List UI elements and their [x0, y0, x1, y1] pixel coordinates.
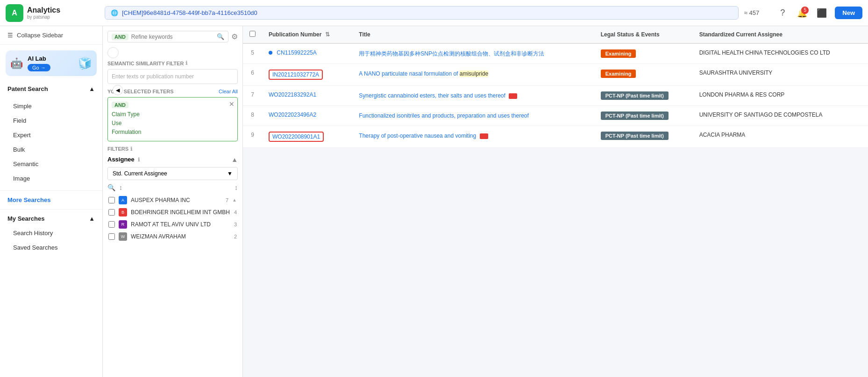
assignee-item: W WEIZMAN AVRAHAM 2: [107, 230, 238, 243]
semantic-filter-label-text: SEMANTIC SIMILARITY FILTER: [107, 61, 184, 66]
notification-icon[interactable]: 🔔 5: [796, 7, 809, 20]
assignee-count-weizman: 2: [234, 234, 237, 239]
row-7-title-cell: Synergistic cannabinoid esters, their sa…: [352, 86, 594, 106]
semantic-placeholder-text: Enter texts or publication number: [112, 73, 194, 80]
globe-icon: 🌐: [111, 9, 118, 16]
row-9-pub-num-cell: WO2022008901A1: [262, 126, 352, 148]
layout: ☰ Collapse Sidebar 🤖 AI Lab Go → 🧊 Paten…: [0, 26, 868, 377]
assignee-checkbox-weizman[interactable]: [108, 233, 115, 240]
row-7-pub-num[interactable]: WO2022183292A1: [269, 91, 316, 98]
row-8-pub-num-cell: WO2022023496A2: [262, 106, 352, 126]
assignee-dropdown-label: Std. Current Assignee: [113, 170, 167, 177]
sidebar-item-search-history[interactable]: Search History: [0, 226, 102, 240]
sidebar-divider-2: [0, 209, 102, 209]
row-5-status-badge: Examining: [601, 49, 636, 58]
my-searches-header[interactable]: My Searches ▲: [0, 211, 102, 226]
row-9-title-cell: Therapy of post-operative nausea and vom…: [352, 126, 594, 148]
assignee-tools: 🔍 ↕ ↕: [107, 184, 238, 191]
semantic-filter-label: SEMANTIC SIMILARITY FILTER ℹ: [107, 60, 238, 66]
logo-text: Analytics by patsnap: [27, 6, 60, 20]
assignee-logo-auspex: A: [119, 196, 127, 204]
select-all-checkbox[interactable]: [249, 31, 256, 37]
sidebar-item-expert[interactable]: Expert: [0, 128, 102, 142]
row-8-assignee: UNIVERSITY OF SANTIAGO DE COMPOSTELA: [699, 112, 823, 118]
sidebar-item-bulk[interactable]: Bulk: [0, 142, 102, 157]
patent-search-header[interactable]: Patent Search ▲: [0, 82, 102, 96]
keyword-input[interactable]: [131, 34, 214, 40]
col-title: Title: [352, 26, 594, 43]
row-5-status-cell: Examining: [594, 43, 693, 64]
row-8-title[interactable]: Functionalized isonitriles and products,…: [359, 112, 529, 119]
sidebar-item-semantic[interactable]: Semantic: [0, 157, 102, 171]
row-5-assignee: DIGITAL HEALTH CHINA TECHNOLOGIES CO LTD: [699, 49, 830, 56]
apps-icon[interactable]: ⬛: [815, 7, 828, 20]
sidebar-item-more-searches[interactable]: More Searches: [0, 193, 102, 207]
row-8-pub-num[interactable]: WO2022023496A2: [269, 112, 316, 118]
filter-item-claimtype: Claim Type: [112, 110, 234, 119]
row-9-flag-icon: [480, 133, 488, 139]
clear-all-button[interactable]: Clear All: [219, 89, 238, 94]
filter-item-formulation: Formulation: [112, 128, 234, 137]
assignee-search-icon[interactable]: 🔍: [107, 184, 115, 191]
assignee-item: A AUSPEX PHARMA INC 7 ▲: [107, 194, 238, 206]
assignee-logo-ramot: R: [119, 220, 127, 229]
row-5-pub-num[interactable]: CN115992225A: [277, 49, 316, 56]
sidebar-item-image[interactable]: Image: [0, 171, 102, 186]
row-6-pub-num[interactable]: IN202121032772A: [269, 70, 323, 80]
filter-panel-collapse-arrow[interactable]: ◀: [107, 47, 119, 58]
col-pub-number[interactable]: Publication Number ⇅: [262, 26, 352, 43]
row-9-status-badge: PCT-NP (Past time limit): [601, 132, 669, 140]
sidebar-item-field[interactable]: Field: [0, 113, 102, 128]
pub-number-sort-icon[interactable]: ⇅: [325, 31, 330, 38]
assignee-sort-az-icon[interactable]: ↕: [119, 184, 122, 191]
new-button[interactable]: New: [835, 7, 862, 19]
row-5-title[interactable]: 用于精神类药物基因多种SNP位点检测的核酸组合物、试剂盒和非诊断方法: [359, 50, 544, 57]
keyword-input-box[interactable]: AND 🔍: [107, 31, 228, 42]
sidebar-item-field-label: Field: [13, 117, 26, 124]
filter-item-use: Use: [112, 119, 234, 128]
assignee-item: B BOEHRINGER INGELHEIM INT GMBH 4: [107, 206, 238, 218]
ai-lab-widget[interactable]: 🤖 AI Lab Go → 🧊: [6, 50, 97, 76]
close-filter-button[interactable]: ✕: [229, 100, 235, 108]
ai-lab-go-button[interactable]: Go →: [28, 64, 50, 71]
results-table: Publication Number ⇅ Title Legal Status …: [243, 26, 868, 148]
logo-sub: by patsnap: [27, 14, 60, 20]
row-6-title[interactable]: A NANO particulate nasal formulation of …: [359, 70, 488, 77]
collapse-left-icon: ◀: [113, 85, 123, 95]
main-content: Publication Number ⇅ Title Legal Status …: [243, 26, 868, 377]
row-9-pub-num[interactable]: WO2022008901A1: [269, 132, 324, 142]
filter-options-button[interactable]: ⚙: [231, 32, 238, 41]
assignee-label: Assignee ℹ: [107, 156, 140, 163]
selected-filter-box: AND Claim Type Use Formulation ✕: [107, 97, 238, 141]
row-5-title-cell: 用于精神类药物基因多种SNP位点检测的核酸组合物、试剂盒和非诊断方法: [352, 43, 594, 64]
assignee-scroll-up[interactable]: ▲: [232, 197, 237, 202]
assignee-checkbox-ramot[interactable]: [108, 221, 115, 228]
sidebar-item-simple[interactable]: Simple: [0, 99, 102, 113]
row-7-title[interactable]: Synergistic cannabinoid esters, their sa…: [359, 92, 505, 99]
assignee-dropdown[interactable]: Std. Current Assignee ▼: [107, 167, 238, 180]
sidebar-item-saved-searches[interactable]: Saved Searches: [0, 240, 102, 255]
row-5-pub-num-cell: CN115992225A: [262, 43, 352, 64]
collapse-sidebar-button[interactable]: ☰ Collapse Sidebar: [0, 26, 102, 45]
assignee-expand-icon[interactable]: ▲: [231, 156, 238, 163]
row-8-assignee-cell: UNIVERSITY OF SANTIAGO DE COMPOSTELA: [693, 106, 868, 126]
help-icon[interactable]: ?: [776, 7, 789, 20]
col-legal-status: Legal Status & Events: [594, 26, 693, 43]
topbar-search-bar[interactable]: 🌐 [CHEM]96e8481d-4758-449f-bb7a-4116ce35…: [105, 6, 739, 20]
row-9-title[interactable]: Therapy of post-operative nausea and vom…: [359, 133, 476, 139]
assignee-filter-icon[interactable]: ↕: [235, 184, 238, 191]
assignee-logo-boehringer: B: [119, 208, 127, 216]
assignee-checkbox-boehringer[interactable]: [108, 209, 115, 216]
sidebar-item-expert-label: Expert: [13, 132, 31, 139]
row-6-assignee-cell: SAURASHTRA UNIVERSITY: [693, 64, 868, 86]
row-5-checkbox-cell: 5: [243, 43, 262, 64]
my-searches-label: My Searches: [7, 215, 45, 222]
collapse-sidebar-label: Collapse Sidebar: [17, 32, 63, 39]
semantic-input-box[interactable]: Enter texts or publication number: [107, 69, 238, 84]
keyword-search-icon[interactable]: 🔍: [217, 33, 224, 40]
assignee-checkbox-auspex[interactable]: [108, 197, 115, 203]
assignee-info-icon: ℹ: [138, 157, 140, 162]
col-checkbox[interactable]: [243, 26, 262, 43]
assignee-header[interactable]: Assignee ℹ ▲: [107, 156, 238, 163]
row-6-assignee: SAURASHTRA UNIVERSITY: [699, 70, 773, 76]
